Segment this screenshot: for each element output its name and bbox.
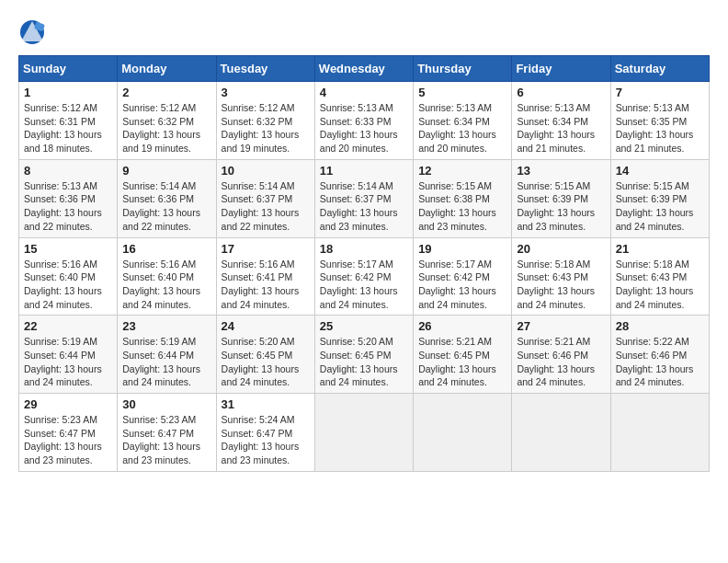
day-info: Sunrise: 5:19 AM Sunset: 6:44 PM Dayligh… — [24, 335, 112, 389]
day-number: 25 — [320, 319, 408, 333]
daylight: Daylight: 13 hours and 24 minutes. — [616, 285, 694, 310]
day-number: 14 — [616, 164, 704, 178]
day-number: 31 — [222, 397, 310, 411]
day-cell: 15 Sunrise: 5:16 AM Sunset: 6:40 PM Dayl… — [19, 237, 118, 316]
sunrise: Sunrise: 5:15 AM — [616, 180, 689, 191]
day-cell: 2 Sunrise: 5:12 AM Sunset: 6:32 PM Dayli… — [118, 82, 216, 160]
day-cell: 28 Sunrise: 5:22 AM Sunset: 6:46 PM Dayl… — [610, 316, 709, 394]
day-info: Sunrise: 5:17 AM Sunset: 6:42 PM Dayligh… — [320, 258, 408, 312]
day-cell: 14 Sunrise: 5:15 AM Sunset: 6:39 PM Dayl… — [610, 159, 709, 237]
daylight: Daylight: 13 hours and 24 minutes. — [418, 363, 496, 388]
header-cell-friday: Friday — [512, 56, 610, 82]
day-cell: 12 Sunrise: 5:15 AM Sunset: 6:38 PM Dayl… — [414, 159, 512, 237]
day-number: 13 — [517, 164, 605, 178]
day-cell: 16 Sunrise: 5:16 AM Sunset: 6:40 PM Dayl… — [118, 237, 216, 316]
sunset: Sunset: 6:46 PM — [517, 350, 588, 361]
daylight: Daylight: 13 hours and 22 minutes. — [122, 207, 200, 232]
sunset: Sunset: 6:47 PM — [222, 428, 293, 439]
daylight: Daylight: 13 hours and 23 minutes. — [222, 441, 300, 465]
day-info: Sunrise: 5:20 AM Sunset: 6:45 PM Dayligh… — [320, 335, 408, 389]
daylight: Daylight: 13 hours and 19 minutes. — [122, 129, 200, 154]
day-cell: 26 Sunrise: 5:21 AM Sunset: 6:45 PM Dayl… — [414, 316, 512, 394]
day-cell — [414, 394, 512, 472]
day-number: 30 — [122, 397, 210, 411]
daylight: Daylight: 13 hours and 21 minutes. — [517, 129, 595, 154]
sunset: Sunset: 6:44 PM — [122, 350, 194, 361]
day-info: Sunrise: 5:16 AM Sunset: 6:41 PM Dayligh… — [222, 258, 310, 312]
day-info: Sunrise: 5:12 AM Sunset: 6:32 PM Dayligh… — [222, 101, 310, 155]
day-info: Sunrise: 5:23 AM Sunset: 6:47 PM Dayligh… — [122, 413, 210, 467]
day-info: Sunrise: 5:12 AM Sunset: 6:31 PM Dayligh… — [24, 101, 112, 155]
day-cell: 10 Sunrise: 5:14 AM Sunset: 6:37 PM Dayl… — [216, 159, 314, 237]
day-info: Sunrise: 5:19 AM Sunset: 6:44 PM Dayligh… — [122, 335, 210, 389]
day-cell: 13 Sunrise: 5:15 AM Sunset: 6:39 PM Dayl… — [512, 159, 610, 237]
day-info: Sunrise: 5:18 AM Sunset: 6:43 PM Dayligh… — [616, 258, 704, 312]
day-number: 9 — [122, 164, 210, 178]
sunset: Sunset: 6:31 PM — [24, 116, 96, 127]
sunrise: Sunrise: 5:15 AM — [517, 180, 590, 191]
day-cell: 3 Sunrise: 5:12 AM Sunset: 6:32 PM Dayli… — [216, 82, 314, 160]
day-info: Sunrise: 5:13 AM Sunset: 6:36 PM Dayligh… — [24, 179, 112, 234]
day-info: Sunrise: 5:13 AM Sunset: 6:34 PM Dayligh… — [418, 101, 506, 155]
sunrise: Sunrise: 5:12 AM — [222, 102, 295, 113]
day-cell: 1 Sunrise: 5:12 AM Sunset: 6:31 PM Dayli… — [19, 82, 118, 160]
sunset: Sunset: 6:41 PM — [222, 271, 293, 282]
sunrise: Sunrise: 5:23 AM — [24, 414, 97, 425]
day-cell: 24 Sunrise: 5:20 AM Sunset: 6:45 PM Dayl… — [216, 316, 314, 394]
day-info: Sunrise: 5:15 AM Sunset: 6:39 PM Dayligh… — [517, 179, 605, 234]
day-info: Sunrise: 5:20 AM Sunset: 6:45 PM Dayligh… — [222, 335, 310, 389]
sunset: Sunset: 6:40 PM — [122, 271, 194, 282]
sunset: Sunset: 6:36 PM — [122, 193, 194, 204]
day-cell — [314, 394, 413, 472]
sunset: Sunset: 6:45 PM — [222, 350, 293, 361]
sunset: Sunset: 6:45 PM — [418, 350, 490, 361]
daylight: Daylight: 13 hours and 23 minutes. — [320, 207, 398, 232]
week-row-3: 15 Sunrise: 5:16 AM Sunset: 6:40 PM Dayl… — [19, 237, 710, 316]
day-cell: 9 Sunrise: 5:14 AM Sunset: 6:36 PM Dayli… — [118, 159, 216, 237]
sunrise: Sunrise: 5:12 AM — [24, 102, 97, 113]
header — [18, 18, 710, 46]
daylight: Daylight: 13 hours and 24 minutes. — [517, 285, 595, 310]
sunset: Sunset: 6:45 PM — [320, 350, 392, 361]
sunset: Sunset: 6:37 PM — [222, 193, 293, 204]
day-number: 10 — [222, 164, 310, 178]
day-cell: 8 Sunrise: 5:13 AM Sunset: 6:36 PM Dayli… — [19, 159, 118, 237]
day-info: Sunrise: 5:18 AM Sunset: 6:43 PM Dayligh… — [517, 258, 605, 312]
day-cell: 4 Sunrise: 5:13 AM Sunset: 6:33 PM Dayli… — [314, 82, 413, 160]
sunset: Sunset: 6:33 PM — [320, 116, 392, 127]
day-number: 5 — [418, 86, 506, 99]
day-cell: 18 Sunrise: 5:17 AM Sunset: 6:42 PM Dayl… — [314, 237, 413, 316]
daylight: Daylight: 13 hours and 21 minutes. — [616, 129, 694, 154]
header-row: SundayMondayTuesdayWednesdayThursdayFrid… — [19, 56, 710, 82]
day-cell: 31 Sunrise: 5:24 AM Sunset: 6:47 PM Dayl… — [216, 394, 314, 472]
sunrise: Sunrise: 5:14 AM — [122, 180, 196, 191]
sunset: Sunset: 6:47 PM — [24, 428, 96, 439]
sunrise: Sunrise: 5:20 AM — [222, 336, 295, 347]
day-number: 15 — [24, 242, 112, 256]
day-number: 1 — [24, 86, 112, 99]
day-number: 19 — [418, 242, 506, 256]
sunrise: Sunrise: 5:14 AM — [320, 180, 393, 191]
sunrise: Sunrise: 5:19 AM — [122, 336, 196, 347]
daylight: Daylight: 13 hours and 24 minutes. — [418, 285, 496, 310]
header-cell-saturday: Saturday — [610, 56, 709, 82]
day-number: 26 — [418, 319, 506, 333]
daylight: Daylight: 13 hours and 23 minutes. — [517, 207, 595, 232]
day-info: Sunrise: 5:24 AM Sunset: 6:47 PM Dayligh… — [222, 413, 310, 467]
week-row-2: 8 Sunrise: 5:13 AM Sunset: 6:36 PM Dayli… — [19, 159, 710, 237]
daylight: Daylight: 13 hours and 24 minutes. — [24, 285, 102, 310]
week-row-4: 22 Sunrise: 5:19 AM Sunset: 6:44 PM Dayl… — [19, 316, 710, 394]
sunset: Sunset: 6:32 PM — [122, 116, 194, 127]
sunset: Sunset: 6:40 PM — [24, 271, 96, 282]
sunrise: Sunrise: 5:15 AM — [418, 180, 492, 191]
daylight: Daylight: 13 hours and 23 minutes. — [24, 441, 102, 465]
day-number: 6 — [517, 86, 605, 99]
day-number: 22 — [24, 319, 112, 333]
day-number: 17 — [222, 242, 310, 256]
day-info: Sunrise: 5:14 AM Sunset: 6:37 PM Dayligh… — [222, 179, 310, 234]
week-row-1: 1 Sunrise: 5:12 AM Sunset: 6:31 PM Dayli… — [19, 82, 710, 160]
sunrise: Sunrise: 5:16 AM — [122, 259, 196, 270]
header-cell-wednesday: Wednesday — [314, 56, 413, 82]
daylight: Daylight: 13 hours and 20 minutes. — [320, 129, 398, 154]
daylight: Daylight: 13 hours and 24 minutes. — [122, 363, 200, 388]
